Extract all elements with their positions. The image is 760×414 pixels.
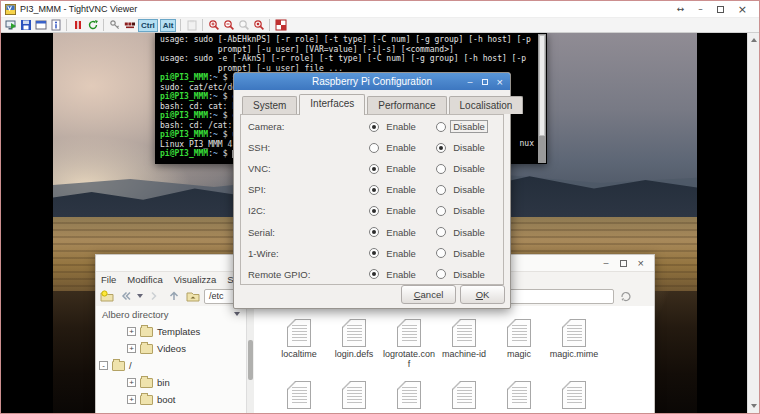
back-history-dropdown-icon[interactable] — [137, 294, 143, 298]
scroll-down-icon[interactable] — [751, 404, 757, 408]
disable-radio[interactable] — [436, 143, 446, 153]
new-connection-icon[interactable] — [4, 19, 17, 32]
save-icon[interactable] — [19, 19, 32, 32]
cancel-button[interactable]: Cancel — [401, 285, 456, 304]
file-item[interactable]: localtime — [272, 319, 326, 359]
zoom-fit-icon[interactable] — [252, 19, 265, 32]
tree-item[interactable]: +bin — [96, 374, 246, 391]
enable-radio-label[interactable]: Enable — [384, 269, 418, 280]
file-item[interactable]: machine-id — [437, 319, 491, 359]
enable-radio-label[interactable]: Enable — [384, 248, 418, 259]
enable-radio[interactable] — [369, 206, 379, 216]
fm-minimize-button[interactable]: – — [604, 258, 609, 268]
go-icon[interactable] — [618, 289, 633, 304]
dialog-maximize-button[interactable] — [482, 79, 488, 85]
connection-info-icon[interactable] — [49, 19, 62, 32]
enable-radio[interactable] — [369, 248, 379, 258]
close-button[interactable]: × — [738, 3, 747, 16]
enable-radio[interactable] — [369, 227, 379, 237]
enable-radio-label[interactable]: Enable — [384, 227, 418, 238]
tab-performance[interactable]: Performance — [367, 96, 446, 114]
tree-expander-icon[interactable]: + — [127, 395, 136, 404]
tab-system[interactable]: System — [242, 96, 297, 114]
ok-button[interactable]: OK — [460, 285, 505, 304]
disable-radio-label[interactable]: Disable — [451, 142, 487, 153]
file-item[interactable]: logrotate.conf — [382, 319, 436, 370]
enable-radio[interactable] — [369, 122, 379, 132]
tree-item[interactable]: +Templates — [96, 323, 246, 340]
tree-item[interactable]: +Videos — [96, 340, 246, 357]
enable-radio-label[interactable]: Enable — [384, 205, 418, 216]
minimize-button[interactable]: – — [698, 4, 703, 14]
ctrl-alt-del-icon[interactable] — [123, 19, 136, 32]
ctrl-button[interactable]: Ctrl — [138, 19, 158, 32]
disable-radio[interactable] — [436, 248, 446, 258]
alt-button[interactable]: Alt — [160, 19, 177, 32]
tree-expander-icon[interactable]: + — [127, 344, 136, 353]
connection-options-icon[interactable] — [34, 19, 47, 32]
back-icon[interactable] — [118, 289, 133, 304]
zoom-in-icon[interactable] — [207, 19, 220, 32]
enable-radio-label[interactable]: Enable — [384, 163, 418, 174]
tree-expander-icon[interactable]: + — [127, 378, 136, 387]
file-item[interactable]: magic — [492, 319, 546, 359]
enable-radio[interactable] — [369, 143, 379, 153]
file-item[interactable] — [272, 381, 326, 409]
new-tab-icon[interactable] — [99, 289, 114, 304]
tree-expander-icon[interactable]: - — [99, 361, 108, 370]
refresh-icon[interactable] — [86, 19, 99, 32]
disable-radio-label[interactable]: Disable — [451, 184, 487, 195]
disable-radio[interactable] — [436, 164, 446, 174]
sidebar-scrollbar[interactable] — [246, 306, 254, 413]
enable-radio-label[interactable]: Enable — [384, 121, 418, 132]
pause-icon[interactable] — [71, 19, 84, 32]
tree-expander-icon[interactable]: + — [127, 327, 136, 336]
disable-radio[interactable] — [436, 206, 446, 216]
file-item[interactable] — [327, 381, 381, 409]
enable-radio[interactable] — [369, 185, 379, 195]
disable-radio-label[interactable]: Disable — [451, 163, 487, 174]
tree-item[interactable]: -/ — [96, 357, 246, 374]
fm-close-button[interactable]: × — [638, 257, 644, 269]
viewport-scrollbar[interactable] — [747, 33, 759, 413]
fullscreen-icon[interactable] — [274, 19, 287, 32]
maximize-button[interactable] — [717, 6, 724, 13]
file-item[interactable] — [492, 381, 546, 409]
resize-icon[interactable]: ↔ — [677, 4, 685, 14]
fm-maximize-button[interactable] — [620, 260, 627, 267]
terminal-scrollbar[interactable] — [538, 34, 546, 163]
menu-file[interactable]: File — [101, 274, 116, 285]
tab-interfaces[interactable]: Interfaces — [299, 94, 365, 115]
enable-radio[interactable] — [369, 164, 379, 174]
up-icon[interactable] — [166, 289, 181, 304]
file-item[interactable] — [547, 381, 601, 409]
scroll-up-icon[interactable] — [751, 38, 757, 42]
disable-radio-label[interactable]: Disable — [451, 269, 487, 280]
file-item[interactable] — [437, 381, 491, 409]
disable-radio-label[interactable]: Disable — [451, 248, 487, 259]
tab-localisation[interactable]: Localisation — [449, 96, 524, 114]
enable-radio-label[interactable]: Enable — [384, 184, 418, 195]
disable-radio-label[interactable]: Disable — [450, 120, 488, 133]
file-item[interactable]: magic.mime — [547, 319, 601, 359]
disable-radio[interactable] — [436, 185, 446, 195]
disable-radio[interactable] — [436, 122, 446, 132]
menu-modifica[interactable]: Modifica — [127, 274, 162, 285]
enable-radio[interactable] — [369, 269, 379, 279]
disable-radio[interactable] — [436, 227, 446, 237]
file-item[interactable] — [382, 381, 436, 409]
zoom-out-icon[interactable] — [222, 19, 235, 32]
dialog-minimize-button[interactable]: – — [468, 77, 473, 87]
raspi-config-dialog[interactable]: Raspberry Pi Configuration – × System In… — [233, 72, 511, 309]
disable-radio-label[interactable]: Disable — [451, 205, 487, 216]
sidebar-mode-dropdown[interactable]: Albero directory — [96, 306, 246, 322]
menu-visualizza[interactable]: Visualizza — [174, 274, 217, 285]
file-item[interactable]: login.defs — [327, 319, 381, 359]
tree-item[interactable]: +boot — [96, 391, 246, 408]
key-icon[interactable] — [108, 19, 121, 32]
enable-radio-label[interactable]: Enable — [384, 142, 418, 153]
disable-radio[interactable] — [436, 269, 446, 279]
disable-radio-label[interactable]: Disable — [451, 227, 487, 238]
dialog-close-button[interactable]: × — [497, 76, 503, 88]
home-icon[interactable] — [185, 289, 200, 304]
